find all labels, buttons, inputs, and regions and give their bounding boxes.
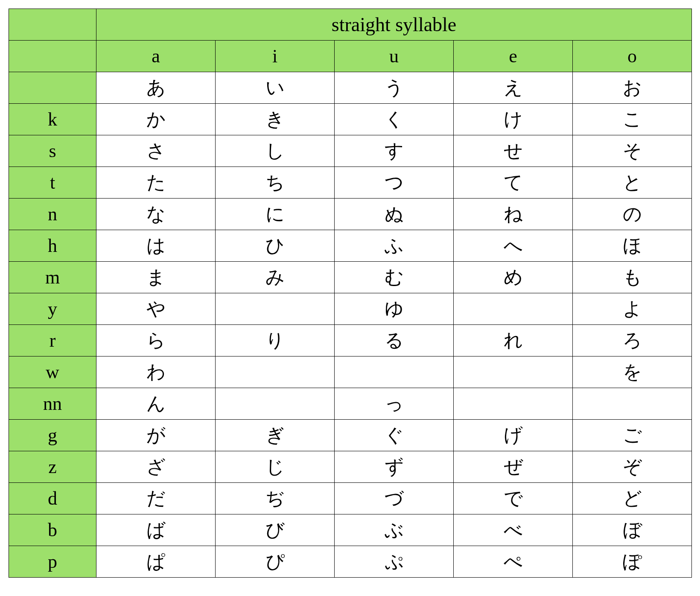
table-cell: ず — [335, 451, 454, 483]
table-cell: ね — [454, 199, 573, 230]
table-cell: っ — [335, 388, 454, 420]
table-cell: れ — [454, 325, 573, 356]
row-label: d — [9, 483, 96, 514]
table-cell: じ — [216, 451, 335, 483]
table-cell: こ — [573, 104, 692, 135]
row-label: p — [9, 546, 96, 578]
table-row: mまみむめも — [9, 262, 692, 293]
table-cell: ぜ — [454, 451, 573, 483]
row-label: z — [9, 451, 96, 483]
table-row: nnんっ — [9, 388, 692, 420]
corner-cell — [9, 9, 96, 41]
table-cell: く — [335, 104, 454, 135]
table-title: straight syllable — [96, 9, 692, 41]
table-cell: の — [573, 199, 692, 230]
table-cell: け — [454, 104, 573, 135]
table-cell: る — [335, 325, 454, 356]
row-label: w — [9, 356, 96, 388]
table-cell: げ — [454, 420, 573, 451]
table-cell: し — [216, 135, 335, 167]
table-cell — [454, 356, 573, 388]
row-header-blank — [9, 41, 96, 72]
table-cell: み — [216, 262, 335, 293]
row-label: b — [9, 514, 96, 546]
table-cell: わ — [96, 356, 216, 388]
table-cell: ら — [96, 325, 216, 356]
row-label: h — [9, 230, 96, 262]
table-cell: い — [216, 72, 335, 104]
table-cell: ぷ — [335, 546, 454, 578]
table-cell: そ — [573, 135, 692, 167]
table-cell: す — [335, 135, 454, 167]
row-label: r — [9, 325, 96, 356]
table-cell: へ — [454, 230, 573, 262]
table-row: rらりるれろ — [9, 325, 692, 356]
table-cell: も — [573, 262, 692, 293]
table-cell — [454, 388, 573, 420]
table-cell: う — [335, 72, 454, 104]
table-cell: ぺ — [454, 546, 573, 578]
table-row: yやゆよ — [9, 293, 692, 325]
table-cell: め — [454, 262, 573, 293]
table-row: kかきくけこ — [9, 104, 692, 135]
table-cell: だ — [96, 483, 216, 514]
table-cell — [216, 356, 335, 388]
table-cell — [573, 388, 692, 420]
table-cell: ぽ — [573, 546, 692, 578]
table-cell: ぴ — [216, 546, 335, 578]
table-cell: せ — [454, 135, 573, 167]
row-label: nn — [9, 388, 96, 420]
table-cell: と — [573, 167, 692, 199]
table-row: あいうえお — [9, 72, 692, 104]
row-label: g — [9, 420, 96, 451]
table-cell: づ — [335, 483, 454, 514]
table-cell: ざ — [96, 451, 216, 483]
table-cell: が — [96, 420, 216, 451]
column-header: i — [216, 41, 335, 72]
hiragana-table: straight syllableaiueoあいうえおkかきくけこsさしすせそt… — [9, 9, 692, 578]
table-cell — [335, 356, 454, 388]
row-label: s — [9, 135, 96, 167]
table-cell: ろ — [573, 325, 692, 356]
table-cell: り — [216, 325, 335, 356]
table-cell: な — [96, 199, 216, 230]
table-cell: あ — [96, 72, 216, 104]
table-row: bばびぶべぼ — [9, 514, 692, 546]
column-header: o — [573, 41, 692, 72]
table-cell: に — [216, 199, 335, 230]
table-cell: ぼ — [573, 514, 692, 546]
row-label: n — [9, 199, 96, 230]
table-cell: を — [573, 356, 692, 388]
table-cell: む — [335, 262, 454, 293]
row-label: k — [9, 104, 96, 135]
table-row: dだぢづでど — [9, 483, 692, 514]
table-cell: ぢ — [216, 483, 335, 514]
table-cell: ん — [96, 388, 216, 420]
row-label: m — [9, 262, 96, 293]
table-cell: ぎ — [216, 420, 335, 451]
row-label — [9, 72, 96, 104]
table-cell — [454, 293, 573, 325]
table-row: zざじずぜぞ — [9, 451, 692, 483]
table-row: hはひふへほ — [9, 230, 692, 262]
table-cell: ぬ — [335, 199, 454, 230]
table-cell: で — [454, 483, 573, 514]
table-cell: ち — [216, 167, 335, 199]
table-cell: て — [454, 167, 573, 199]
table-cell: べ — [454, 514, 573, 546]
table-cell: ゆ — [335, 293, 454, 325]
table-cell: ひ — [216, 230, 335, 262]
column-header: a — [96, 41, 216, 72]
table-cell: お — [573, 72, 692, 104]
table-cell: え — [454, 72, 573, 104]
column-header: u — [335, 41, 454, 72]
table-cell: ぐ — [335, 420, 454, 451]
table-cell: ふ — [335, 230, 454, 262]
table-cell — [216, 293, 335, 325]
table-cell: さ — [96, 135, 216, 167]
table-row: sさしすせそ — [9, 135, 692, 167]
table-cell: ば — [96, 514, 216, 546]
table-cell — [216, 388, 335, 420]
table-row: pぱぴぷぺぽ — [9, 546, 692, 578]
table-cell: ご — [573, 420, 692, 451]
